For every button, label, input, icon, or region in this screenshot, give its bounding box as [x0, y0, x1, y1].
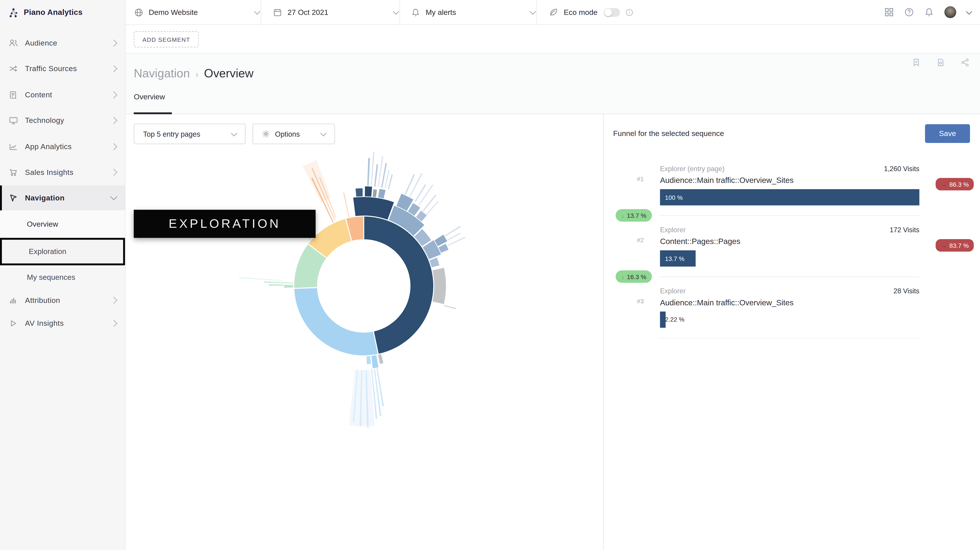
- app-window: Piano Analytics Audience Traffic Sources: [0, 0, 980, 550]
- reach-badge-value: 86.3 %: [949, 181, 969, 187]
- sidebar-item-label: Sales Insights: [25, 168, 107, 177]
- step-name: Audience::Main traffic::Overview_Sites: [660, 176, 794, 185]
- sidebar-item-app-analytics[interactable]: App Analytics: [0, 133, 125, 160]
- sidebar-subitem-my-sequences[interactable]: My sequences: [0, 265, 125, 288]
- sunburst-chart[interactable]: [126, 114, 603, 550]
- step-source: Explorer: [660, 287, 686, 295]
- bookmark-icon[interactable]: [912, 58, 921, 67]
- user-menu-chevron-icon[interactable]: [966, 8, 972, 14]
- step-source: Explorer: [660, 226, 686, 233]
- reach-badge-value: 83.7 %: [949, 242, 969, 249]
- sidebar-subitem-label: Exploration: [29, 247, 66, 256]
- topbar-right: [885, 6, 980, 18]
- apps-grid-icon[interactable]: [885, 8, 894, 17]
- exploration-annotation-label: EXPLORATION: [169, 217, 281, 231]
- sidebar-subitem-overview[interactable]: Overview: [0, 211, 125, 238]
- globe-icon: [134, 8, 143, 16]
- avatar[interactable]: [944, 6, 956, 18]
- piano-analytics-logo-icon: [8, 7, 19, 18]
- arrow-down-icon: ↓: [621, 212, 624, 219]
- cart-icon: [9, 168, 18, 177]
- chevron-down-icon: [254, 8, 260, 14]
- save-button[interactable]: Save: [925, 124, 970, 143]
- step-name: Content::Pages::Pages: [660, 237, 740, 246]
- alerts-selector[interactable]: My alerts: [400, 0, 537, 25]
- bell-icon: [411, 8, 420, 16]
- step-visits: 172 Visits: [751, 226, 920, 233]
- drop-badge-value: 16.3 %: [627, 273, 646, 280]
- sidebar-item-sales-insights[interactable]: Sales Insights: [0, 160, 125, 185]
- step-source: Explorer (entry page): [660, 165, 725, 173]
- logo[interactable]: Piano Analytics: [0, 0, 125, 25]
- step-number: #2: [637, 237, 644, 244]
- sidebar-item-label: AV Insights: [25, 319, 107, 328]
- arrow-right-icon: →: [940, 181, 947, 187]
- eco-mode-toggle[interactable]: [604, 8, 620, 16]
- breadcrumb: Navigation › Overview: [134, 67, 253, 81]
- play-icon: [9, 319, 18, 328]
- toggle-knob: [605, 8, 612, 16]
- divider: [659, 277, 919, 277]
- chevron-right-icon: [110, 117, 117, 124]
- sidebar-item-av-insights[interactable]: AV Insights: [0, 312, 125, 335]
- step-bar-track: 100 %: [660, 189, 920, 205]
- sidebar-subitem-label: Overview: [27, 220, 58, 228]
- step-name: Audience::Main traffic::Overview_Sites: [660, 298, 794, 307]
- sidebar-item-label: App Analytics: [25, 142, 107, 151]
- sidebar-item-attribution[interactable]: Attribution: [0, 288, 125, 312]
- topbar: Demo Website 27 Oct 2021 My alerts Eco m…: [126, 0, 980, 25]
- sidebar-item-technology[interactable]: Technology: [0, 108, 125, 134]
- divider: [659, 338, 919, 338]
- sidebar: Piano Analytics Audience Traffic Sources: [0, 0, 126, 550]
- sidebar-item-label: Audience: [25, 38, 107, 47]
- segment-bar: ADD SEGMENT: [126, 25, 980, 54]
- share-icon[interactable]: [961, 58, 969, 67]
- add-segment-button[interactable]: ADD SEGMENT: [134, 31, 199, 48]
- notifications-bell-icon[interactable]: [924, 8, 934, 17]
- drop-badge: ↓ 16.3 %: [616, 270, 652, 283]
- reach-badge: → 86.3 %: [936, 178, 974, 190]
- chevron-down-icon: [110, 193, 117, 200]
- document-icon: [9, 90, 18, 99]
- sidebar-menu: Audience Traffic Sources Content: [0, 25, 125, 335]
- calendar-icon: [273, 8, 282, 16]
- sidebar-item-traffic-sources[interactable]: Traffic Sources: [0, 56, 125, 82]
- report-file-icon[interactable]: [936, 58, 945, 67]
- drop-badge: ↓ 13.7 %: [616, 209, 652, 222]
- step-bar-label: 100 %: [660, 194, 683, 201]
- page-actions: [912, 58, 969, 67]
- breadcrumb-separator: ›: [196, 69, 199, 79]
- site-selector[interactable]: Demo Website: [126, 0, 261, 25]
- sidebar-item-audience[interactable]: Audience: [0, 30, 125, 56]
- step-number: #1: [637, 175, 644, 182]
- bars-icon: [9, 296, 18, 304]
- monitor-icon: [9, 116, 18, 125]
- arrow-right-icon: →: [940, 242, 947, 249]
- chart-zone: Top 5 entry pages Options EXPLORATION: [126, 114, 603, 550]
- help-icon[interactable]: [904, 8, 914, 17]
- site-selector-value: Demo Website: [149, 8, 198, 16]
- breadcrumb-section: Navigation: [134, 67, 190, 81]
- sidebar-subitem-label: My sequences: [27, 273, 75, 281]
- eco-mode-section: Eco mode: [537, 0, 637, 25]
- funnel-title: Funnel for the selected sequence: [613, 129, 724, 138]
- sidebar-subitem-exploration[interactable]: Exploration: [0, 238, 125, 265]
- sidebar-item-label: Traffic Sources: [25, 65, 107, 73]
- date-selector[interactable]: 27 Oct 2021: [261, 0, 400, 25]
- reach-badge: → 83.7 %: [936, 239, 974, 252]
- chevron-right-icon: [110, 91, 117, 98]
- logo-text: Piano Analytics: [24, 8, 83, 17]
- chevron-right-icon: [110, 143, 117, 150]
- chevron-right-icon: [110, 39, 117, 46]
- drop-badge-value: 13.7 %: [627, 212, 646, 219]
- users-icon: [9, 38, 18, 47]
- leaf-icon: [549, 8, 558, 17]
- chevron-down-icon: [530, 8, 536, 14]
- chevron-right-icon: [110, 65, 117, 73]
- tab-overview[interactable]: Overview: [134, 92, 165, 101]
- sidebar-item-content[interactable]: Content: [0, 82, 125, 108]
- sidebar-item-navigation[interactable]: Navigation: [0, 185, 125, 210]
- date-selector-value: 27 Oct 2021: [288, 8, 328, 16]
- exploration-annotation: EXPLORATION: [134, 210, 316, 238]
- divider: [659, 216, 919, 216]
